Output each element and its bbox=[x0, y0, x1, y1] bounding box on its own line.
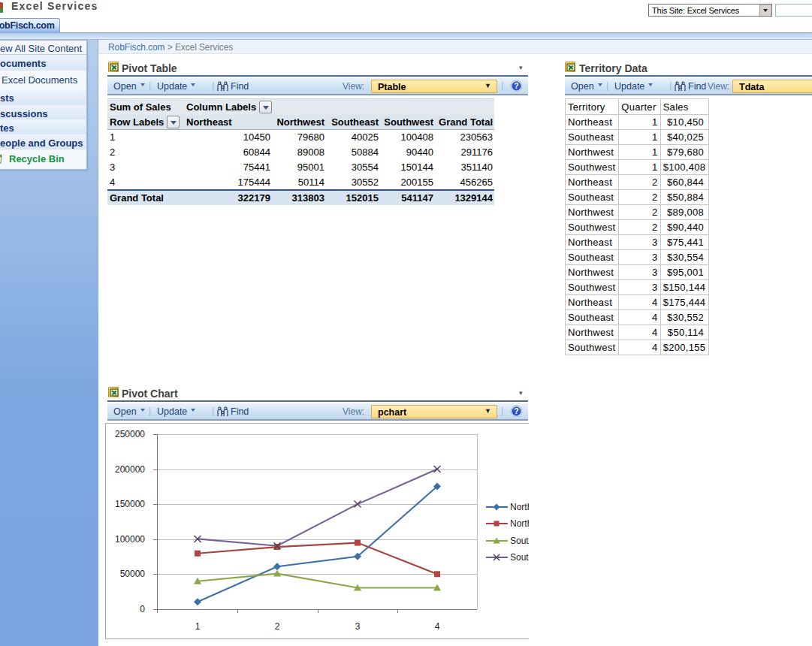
svg-text:Northeast: Northeast bbox=[510, 502, 529, 512]
svg-text:2: 2 bbox=[275, 621, 280, 632]
svg-text:0: 0 bbox=[140, 604, 145, 614]
svg-text:3: 3 bbox=[355, 621, 361, 632]
svg-text:Southeast: Southeast bbox=[510, 536, 529, 546]
svg-text:Northwest: Northwest bbox=[510, 518, 529, 529]
svg-text:?: ? bbox=[514, 406, 518, 415]
svg-text:200000: 200000 bbox=[115, 464, 145, 475]
svg-text:1: 1 bbox=[195, 621, 201, 632]
svg-text:100000: 100000 bbox=[115, 534, 145, 545]
svg-text:150000: 150000 bbox=[115, 499, 145, 509]
svg-text:50000: 50000 bbox=[120, 569, 146, 579]
svg-text:?: ? bbox=[514, 81, 518, 90]
svg-text:4: 4 bbox=[435, 621, 440, 632]
svg-text:Southwest: Southwest bbox=[510, 552, 529, 563]
svg-text:250000: 250000 bbox=[115, 429, 145, 439]
